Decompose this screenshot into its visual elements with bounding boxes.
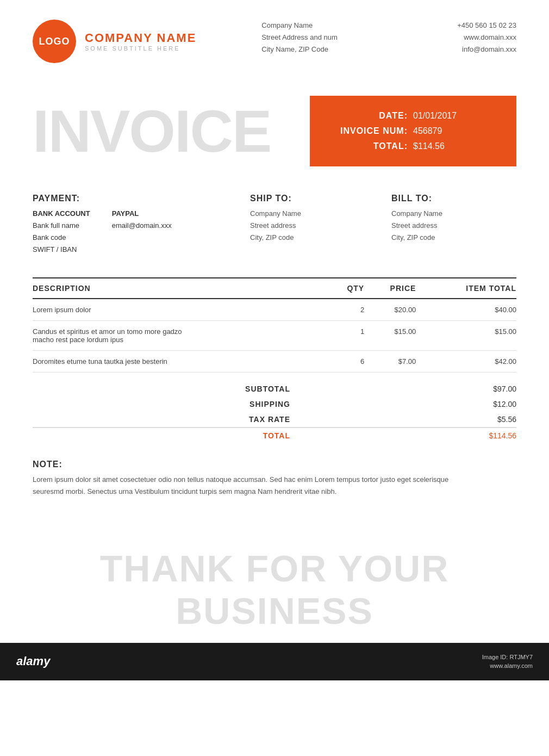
row-description: Lorem ipsum dolor [33, 299, 330, 321]
invoice-page: LOGO COMPANY NAME SOME SUBTITLE HERE Com… [0, 0, 549, 756]
subtotal-label: SUBTOTAL [33, 381, 323, 396]
logo-circle: LOGO [33, 20, 76, 63]
col-qty: QTY [330, 278, 364, 299]
header-center-line1: Company Name [261, 20, 457, 32]
company-subtitle: SOME SUBTITLE HERE [85, 45, 196, 52]
table-section: DESCRIPTION QTY PRICE ITEM TOTAL Lorem i… [0, 267, 549, 378]
bill-line2: Street address [391, 220, 516, 232]
row-qty: 2 [330, 299, 364, 321]
totals-section: SUBTOTAL $97.00 SHIPPING $12.00 TAX RATE… [0, 378, 549, 449]
col-description: DESCRIPTION [33, 278, 330, 299]
grand-total-label: TOTAL [33, 427, 323, 443]
row-qty: 1 [330, 321, 364, 351]
payment-methods: BANK ACCOUNT Bank full name Bank code SW… [33, 208, 250, 256]
row-total: $40.00 [416, 299, 516, 321]
header-right: +450 560 15 02 23 www.domain.xxx info@do… [457, 20, 516, 55]
footer: alamy Image ID: RTJMY7 www.alamy.com [0, 643, 549, 680]
header-center: Company Name Street Address and num City… [196, 20, 457, 55]
paypal-label: PAYPAL [112, 208, 172, 220]
total-row-header: TOTAL: $114.56 [332, 141, 495, 151]
shipping-value: $12.00 [323, 396, 516, 412]
ship-line3: City, ZIP code [250, 232, 391, 244]
grand-total-row: TOTAL $114.56 [33, 427, 516, 443]
ship-heading: SHIP TO: [250, 194, 391, 203]
grand-total-value: $114.56 [323, 427, 516, 443]
thank-you-section: THANK FOR YOUR BUSINESS [0, 515, 549, 643]
header-email: info@domain.xxx [457, 44, 516, 55]
num-row: INVOICE NUM: 456879 [332, 126, 495, 136]
row-total: $42.00 [416, 351, 516, 373]
paypal-email: email@domain.xxx [112, 220, 172, 232]
details-section: PAYMENT: BANK ACCOUNT Bank full name Ban… [0, 183, 549, 267]
shipping-label: SHIPPING [33, 396, 323, 412]
bank-account-col: BANK ACCOUNT Bank full name Bank code SW… [33, 208, 90, 256]
date-row: DATE: 01/01/2017 [332, 111, 495, 121]
subtotal-row: SUBTOTAL $97.00 [33, 381, 516, 396]
invoice-info-box: DATE: 01/01/2017 INVOICE NUM: 456879 TOT… [310, 96, 516, 166]
footer-website: www.alamy.com [482, 661, 533, 671]
invoice-table: DESCRIPTION QTY PRICE ITEM TOTAL Lorem i… [33, 277, 516, 373]
tax-row: TAX RATE $5.56 [33, 412, 516, 427]
bank-line1: Bank full name [33, 220, 90, 232]
ship-line2: Street address [250, 220, 391, 232]
bill-block: BILL TO: Company Name Street address Cit… [391, 194, 516, 256]
invoice-section: INVOICE DATE: 01/01/2017 INVOICE NUM: 45… [0, 85, 549, 183]
date-label: DATE: [332, 111, 408, 121]
row-qty: 6 [330, 351, 364, 373]
bank-line2: Bank code [33, 232, 90, 244]
bill-line1: Company Name [391, 208, 516, 220]
total-value-header: $114.56 [413, 141, 445, 151]
header-center-line3: City Name, ZIP Code [261, 44, 457, 55]
ship-line1: Company Name [250, 208, 391, 220]
note-section: NOTE: Lorem ipsum dolor sit amet cosecte… [0, 449, 549, 514]
table-row: Candus et spiritus et amor un tomo more … [33, 321, 516, 351]
row-price: $15.00 [364, 321, 416, 351]
bill-details: Company Name Street address City, ZIP co… [391, 208, 516, 244]
thank-you-text: THANK FOR YOUR BUSINESS [33, 547, 516, 632]
note-heading: NOTE: [33, 460, 516, 469]
ship-block: SHIP TO: Company Name Street address Cit… [250, 194, 391, 256]
footer-image-id: Image ID: RTJMY7 [482, 653, 533, 662]
row-total: $15.00 [416, 321, 516, 351]
company-name: COMPANY NAME [85, 31, 196, 45]
date-value: 01/01/2017 [413, 111, 457, 121]
invoice-title: INVOICE [33, 101, 310, 161]
header-center-line2: Street Address and num [261, 32, 457, 44]
bank-label: BANK ACCOUNT [33, 208, 90, 220]
col-price: PRICE [364, 278, 416, 299]
num-label: INVOICE NUM: [332, 126, 408, 136]
company-name-block: COMPANY NAME SOME SUBTITLE HERE [85, 31, 196, 52]
alamy-logo: alamy [16, 654, 50, 668]
logo-area: LOGO COMPANY NAME SOME SUBTITLE HERE [33, 20, 196, 63]
totals-table: SUBTOTAL $97.00 SHIPPING $12.00 TAX RATE… [33, 381, 516, 443]
tax-value: $5.56 [323, 412, 516, 427]
table-row: Doromites etume tuna tautka jeste bester… [33, 351, 516, 373]
payment-block: PAYMENT: BANK ACCOUNT Bank full name Ban… [33, 194, 250, 256]
bill-line3: City, ZIP code [391, 232, 516, 244]
row-price: $20.00 [364, 299, 416, 321]
row-description: Candus et spiritus et amor un tomo more … [33, 321, 330, 351]
header-website: www.domain.xxx [457, 32, 516, 44]
tax-label: TAX RATE [33, 412, 323, 427]
bill-heading: BILL TO: [391, 194, 516, 203]
col-item-total: ITEM TOTAL [416, 278, 516, 299]
ship-details: Company Name Street address City, ZIP co… [250, 208, 391, 244]
bank-line3: SWIFT / IBAN [33, 244, 90, 256]
table-row: Lorem ipsum dolor 2 $20.00 $40.00 [33, 299, 516, 321]
header: LOGO COMPANY NAME SOME SUBTITLE HERE Com… [0, 0, 549, 79]
paypal-col: PAYPAL email@domain.xxx [112, 208, 172, 256]
num-value: 456879 [413, 126, 442, 136]
row-description: Doromites etume tuna tautka jeste bester… [33, 351, 330, 373]
logo-text: LOGO [39, 36, 70, 47]
payment-heading: PAYMENT: [33, 194, 250, 203]
subtotal-value: $97.00 [323, 381, 516, 396]
shipping-row: SHIPPING $12.00 [33, 396, 516, 412]
row-price: $7.00 [364, 351, 416, 373]
footer-right: Image ID: RTJMY7 www.alamy.com [482, 653, 533, 671]
header-phone: +450 560 15 02 23 [457, 20, 516, 32]
total-label-header: TOTAL: [332, 141, 408, 151]
note-text: Lorem ipsum dolor sit amet cosectetuer o… [33, 474, 457, 498]
